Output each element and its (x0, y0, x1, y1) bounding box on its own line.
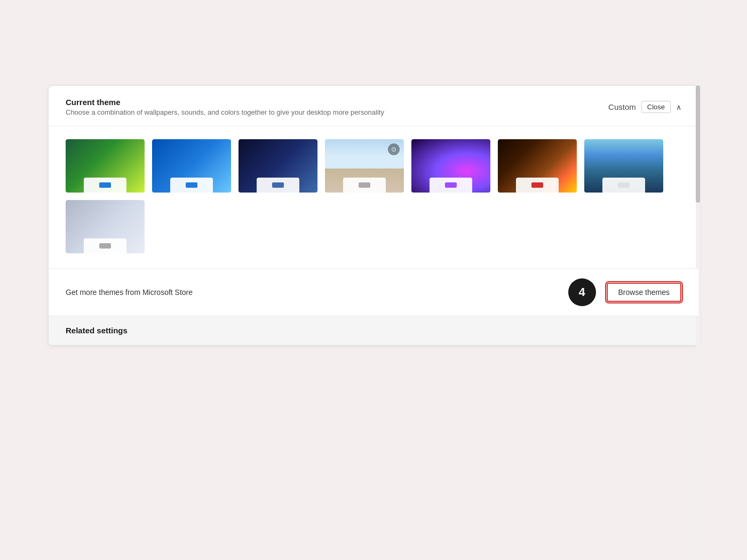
theme-header-left: Current theme Choose a combination of wa… (66, 98, 384, 116)
theme-card-landscape[interactable]: ⊙ (325, 139, 404, 193)
theme-thumbnail-dark-blue (239, 139, 317, 193)
taskbar-btn (99, 182, 111, 188)
theme-thumbnail-green (66, 139, 145, 193)
store-bar-right: 4 Browse themes (568, 278, 681, 306)
related-settings-section: Related settings (49, 316, 698, 345)
themes-grid: ⊙ (66, 139, 681, 253)
theme-thumbnail-purple (411, 139, 490, 193)
taskbar-btn (359, 182, 370, 188)
taskbar-btn (99, 243, 111, 249)
theme-header: Current theme Choose a combination of wa… (49, 86, 698, 126)
taskbar-btn (272, 182, 284, 188)
browse-themes-button[interactable]: Browse themes (607, 283, 681, 302)
mini-taskbar-purple (430, 178, 472, 193)
theme-card-purple[interactable] (411, 139, 490, 193)
taskbar-btn (531, 182, 543, 188)
theme-card-colorful[interactable] (498, 139, 577, 193)
mini-taskbar-blue (170, 178, 213, 193)
theme-store-text: Get more themes from Microsoft Store (66, 288, 193, 297)
themes-panel: Current theme Choose a combination of wa… (48, 85, 699, 346)
theme-thumbnail-swirl (66, 200, 145, 253)
taskbar-btn (445, 182, 457, 188)
theme-card-green[interactable] (66, 139, 145, 193)
chevron-up-icon[interactable]: ∧ (676, 103, 681, 111)
theme-card-swirl[interactable] (66, 200, 145, 253)
mini-taskbar-swirl (84, 238, 126, 253)
mini-taskbar-landscape (343, 178, 386, 193)
theme-header-right: Custom Close ∧ (608, 101, 681, 113)
mini-taskbar-colorful (516, 178, 559, 193)
current-theme-title: Current theme (66, 98, 384, 107)
mini-taskbar-lake (602, 178, 645, 193)
theme-card-blue[interactable] (152, 139, 231, 193)
annotation-number: 4 (578, 285, 585, 299)
theme-store-wrapper: Get more themes from Microsoft Store 4 B… (49, 269, 698, 316)
theme-thumbnail-lake (584, 139, 663, 193)
taskbar-btn (618, 182, 630, 188)
theme-thumbnail-landscape: ⊙ (325, 139, 404, 193)
photo-icon: ⊙ (388, 143, 400, 155)
scrollbar-thumb[interactable] (696, 85, 700, 203)
themes-grid-section: ⊙ (49, 126, 698, 269)
annotation-circle-4: 4 (568, 278, 596, 306)
current-theme-value: Custom (608, 102, 636, 111)
mini-taskbar-green (84, 178, 126, 193)
mini-taskbar-dark-blue (257, 178, 299, 193)
theme-store-bar: Get more themes from Microsoft Store 4 B… (49, 269, 698, 316)
theme-card-dark-blue[interactable] (239, 139, 317, 193)
related-settings-title: Related settings (66, 326, 128, 335)
current-theme-subtitle: Choose a combination of wallpapers, soun… (66, 108, 384, 116)
theme-thumbnail-blue (152, 139, 231, 193)
taskbar-btn (186, 182, 197, 188)
close-button[interactable]: Close (641, 101, 671, 113)
theme-thumbnail-colorful (498, 139, 577, 193)
theme-card-lake[interactable] (584, 139, 663, 193)
